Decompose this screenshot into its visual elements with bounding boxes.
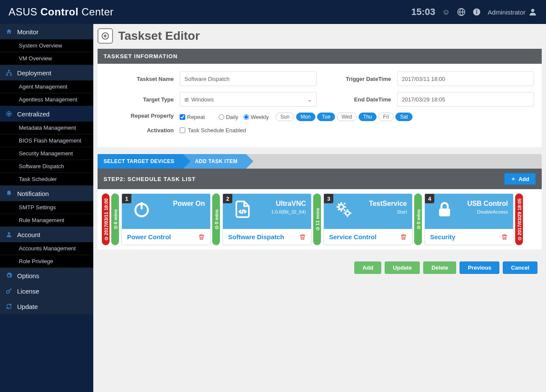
sidebar-section-label: Account — [17, 231, 40, 238]
day-chip-tue[interactable]: Tue — [317, 113, 335, 121]
target-icon — [5, 110, 13, 118]
refresh-icon — [5, 303, 13, 310]
windows-icon: ⊞ — [184, 97, 189, 103]
app-header: ASUS Control Center 15:03 ☺ Administrato… — [0, 0, 546, 24]
delete-button[interactable]: Delete — [423, 261, 456, 274]
trigger-datetime-label: Trigger DateTime — [331, 76, 391, 82]
trash-icon[interactable] — [400, 234, 407, 241]
duration-strip: ⊙ 11 mins — [313, 193, 321, 245]
task-subtitle: DisableAccess — [430, 209, 508, 214]
sidebar-item-vm-overview[interactable]: VM Overview — [0, 52, 93, 65]
repeat-checkbox[interactable]: Repeat — [180, 114, 205, 120]
task-card-top: 3TestServiceStart — [324, 194, 412, 229]
sitemap-icon — [5, 69, 13, 77]
task-card-bottom: Power Control — [122, 229, 210, 245]
taskset-info-panel: TASKSET INFORMATION Taskset Name Trigger… — [98, 49, 542, 147]
sidebar-section-label: Centralized — [17, 110, 50, 118]
duration-strip: ⊙ 6 mins — [111, 193, 119, 245]
sidebar-item-agent-management[interactable]: Agent Management — [0, 80, 93, 93]
sidebar-section-account[interactable]: Account — [0, 227, 93, 242]
activation-label: Activation — [105, 127, 174, 134]
sidebar-section-label: Notification — [17, 190, 49, 197]
day-chip-sun[interactable]: Sun — [276, 113, 294, 121]
end-datetime-input[interactable] — [397, 92, 534, 107]
svg-point-5 — [476, 10, 477, 11]
repeat-row: Repeat Daily Weekly SunMonTueWedThuFriSa… — [180, 113, 412, 121]
sidebar-item-system-overview[interactable]: System Overview — [0, 39, 93, 52]
task-card[interactable]: 2UltraVNC1.0.0(Bit_32_64)Software Dispat… — [223, 193, 312, 245]
sidebar-section-options[interactable]: Options — [0, 268, 93, 283]
sidebar-item-role-privilege[interactable]: Role Privilege — [0, 255, 93, 268]
taskset-name-label: Taskset Name — [105, 76, 174, 82]
trash-icon[interactable] — [501, 234, 508, 241]
sidebar-item-task-scheduler[interactable]: Task Scheduler — [0, 173, 93, 186]
activation-checkbox[interactable]: Task Schedule Enabled — [180, 127, 246, 134]
day-chip-fri[interactable]: Fri — [378, 113, 394, 121]
sidebar-item-smtp-settings[interactable]: SMTP Settings — [0, 201, 93, 214]
cancel-button[interactable]: Cancel — [503, 261, 537, 274]
trash-icon[interactable] — [299, 234, 306, 241]
day-chip-mon[interactable]: Mon — [296, 113, 315, 121]
task-number: 1 — [122, 194, 131, 203]
sidebar-section-centralized[interactable]: Centralized — [0, 106, 93, 122]
sidebar-section-update[interactable]: Update — [0, 299, 93, 314]
previous-button[interactable]: Previous — [460, 261, 499, 274]
duration-strip: ⊙ 0 mins — [212, 193, 220, 245]
svg-point-17 — [339, 205, 344, 209]
step2-header: STEP2: SCHEDULE TASK LIST ＋Add — [98, 169, 542, 189]
task-type: Security — [430, 233, 455, 241]
task-type: Power Control — [127, 233, 171, 241]
weekly-radio[interactable]: Weekly — [243, 114, 269, 120]
sidebar-item-rule-management[interactable]: Rule Management — [0, 214, 93, 227]
sidebar-item-bios-flash-management[interactable]: BIOS Flash Management — [0, 134, 93, 147]
header-time: 15:03 — [411, 6, 435, 18]
task-card-top: 2UltraVNC1.0.0(Bit_32_64) — [223, 194, 311, 229]
target-type-label: Target Type — [105, 96, 174, 103]
taskset-name-input[interactable] — [180, 71, 317, 86]
end-datetime-label: End DateTime — [331, 96, 391, 103]
sidebar-section-deployment[interactable]: Deployment — [0, 65, 93, 80]
main-content: Taskset Editor TASKSET INFORMATION Tasks… — [93, 24, 546, 392]
svg-point-12 — [8, 232, 10, 235]
info-icon[interactable] — [472, 8, 481, 16]
task-card-bottom: Software Dispatch — [223, 229, 311, 245]
sidebar-section-notification[interactable]: Notification — [0, 186, 93, 201]
page-title: Taskset Editor — [118, 29, 200, 43]
task-card[interactable]: 3TestServiceStartService Control — [323, 193, 412, 245]
add-task-button[interactable]: ＋Add — [504, 173, 536, 185]
chevron-down-icon: ⌄ — [307, 96, 312, 103]
globe-icon[interactable] — [457, 8, 466, 16]
user-menu[interactable]: Administrator — [488, 7, 537, 17]
duration-strip: ⊙ 0 mins — [414, 193, 422, 245]
task-type: Software Dispatch — [228, 233, 284, 241]
bell-icon — [5, 190, 13, 197]
update-button[interactable]: Update — [385, 261, 420, 274]
page-title-row: Taskset Editor — [98, 28, 542, 44]
task-card[interactable]: 1Power OnPower Control — [122, 193, 211, 245]
sidebar-section-monitor[interactable]: Monitor — [0, 24, 93, 39]
schedule-task-panel: STEP2: SCHEDULE TASK LIST ＋Add ⊙ 2017/03… — [98, 169, 542, 249]
sidebar-item-metadata-management[interactable]: Metadata Management — [0, 122, 93, 134]
sidebar-item-accounts-management[interactable]: Accounts Management — [0, 242, 93, 255]
step-select-devices[interactable]: SELECT TARGET DEVICES — [98, 154, 183, 169]
home-icon — [5, 28, 13, 36]
sidebar-section-license[interactable]: License — [0, 283, 93, 299]
task-card[interactable]: 4USB ControlDisableAccessSecurity — [424, 193, 513, 245]
svg-rect-8 — [6, 74, 8, 75]
sidebar-item-security-management[interactable]: Security Management — [0, 147, 93, 160]
sidebar-item-software-dispatch[interactable]: Software Dispatch — [0, 160, 93, 173]
day-chip-wed[interactable]: Wed — [337, 113, 356, 121]
day-chip-thu[interactable]: Thu — [359, 113, 377, 121]
trash-icon[interactable] — [198, 234, 205, 241]
smiley-icon[interactable]: ☺ — [442, 8, 450, 17]
svg-rect-7 — [8, 70, 10, 71]
add-button[interactable]: Add — [354, 261, 381, 274]
day-chip-sat[interactable]: Sat — [395, 113, 412, 121]
sidebar-item-agentless-management[interactable]: Agentless Management — [0, 93, 93, 106]
step-add-task-item[interactable]: ADD TASK ITEM — [183, 154, 246, 169]
daily-radio[interactable]: Daily — [219, 114, 238, 120]
target-type-select[interactable]: ⊞Windows ⌄ — [180, 92, 317, 107]
user-icon — [5, 231, 13, 238]
back-button[interactable] — [98, 28, 113, 44]
trigger-datetime-input[interactable] — [397, 71, 534, 86]
